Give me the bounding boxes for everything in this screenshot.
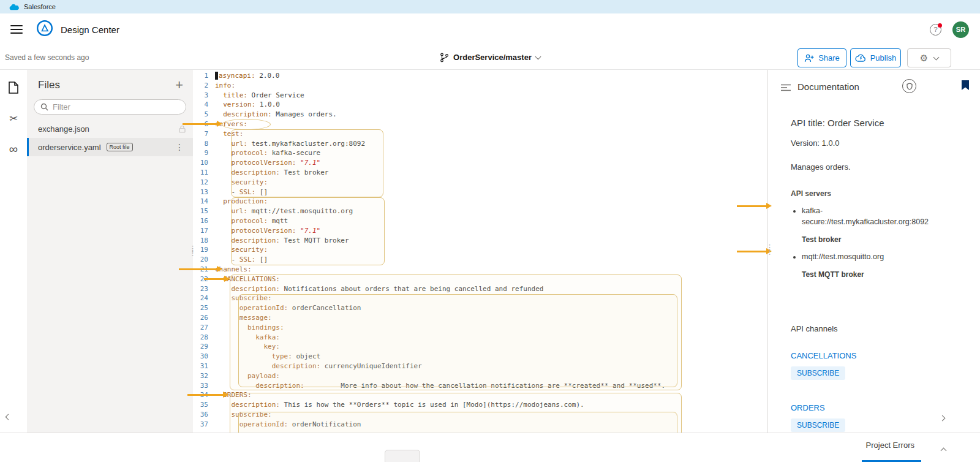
branch-name: OrderService/master bbox=[453, 53, 532, 62]
code-lines: 1asyncapi: 2.0.02info:3 title: Order Ser… bbox=[193, 71, 767, 429]
expand-panel-button[interactable] bbox=[940, 412, 946, 418]
text-cursor bbox=[215, 72, 218, 80]
chevron-down-icon bbox=[933, 54, 940, 60]
design-rail-icon[interactable]: ✂ bbox=[0, 105, 27, 131]
line-number: 19 bbox=[193, 245, 215, 255]
code-line[interactable]: 10 protocolVersion: "7.1" bbox=[193, 158, 767, 168]
code-line[interactable]: 37 operationId: orderNotification bbox=[193, 420, 767, 430]
line-number: 2 bbox=[193, 81, 215, 91]
line-number: 32 bbox=[193, 371, 215, 381]
code-line[interactable]: 24 subscribe: bbox=[193, 293, 767, 303]
file-name: orderservice.yaml bbox=[38, 143, 101, 152]
avatar[interactable]: SR bbox=[952, 21, 969, 38]
subscribe-badge[interactable]: SUBSCRIBE bbox=[791, 366, 845, 380]
line-number: 31 bbox=[193, 362, 215, 371]
code-line[interactable]: 29 key: bbox=[193, 342, 767, 352]
hamburger-menu-icon[interactable] bbox=[10, 23, 23, 36]
file-item-exchange-json[interactable]: exchange.json bbox=[27, 119, 193, 138]
code-line[interactable]: 18 description: Test MQTT broker bbox=[193, 236, 767, 246]
code-line[interactable]: 8 url: test.mykafkacluster.org:8092 bbox=[193, 139, 767, 149]
collapse-panel-button[interactable] bbox=[6, 411, 12, 417]
channel-link-orders[interactable]: ORDERS bbox=[791, 403, 968, 412]
line-number: 28 bbox=[193, 333, 215, 343]
line-number: 21 bbox=[193, 265, 215, 275]
main-area: ✂ ∞ Files + exchange.json orderservice.y… bbox=[0, 70, 980, 433]
code-line[interactable]: 32 payload: bbox=[193, 371, 767, 381]
doc-panel-title: Documentation bbox=[797, 81, 859, 92]
line-number: 20 bbox=[193, 255, 215, 265]
code-editor[interactable]: 1asyncapi: 2.0.02info:3 title: Order Ser… bbox=[193, 70, 767, 433]
line-number: 10 bbox=[193, 158, 215, 168]
line-number: 11 bbox=[193, 168, 215, 178]
code-line[interactable]: 12 security: bbox=[193, 178, 767, 187]
line-number: 6 bbox=[193, 119, 215, 129]
code-line[interactable]: 6servers: bbox=[193, 119, 767, 129]
code-line[interactable]: 36 subscribe: bbox=[193, 410, 767, 420]
line-number: 35 bbox=[193, 400, 215, 410]
subscribe-badge[interactable]: SUBSCRIBE bbox=[791, 418, 845, 432]
line-number: 3 bbox=[193, 91, 215, 100]
code-line[interactable]: 11 description: Test broker bbox=[193, 168, 767, 178]
line-number: 23 bbox=[193, 284, 215, 294]
server-description: Test MQTT broker bbox=[802, 270, 968, 279]
code-line[interactable]: 28 kafka: bbox=[193, 333, 767, 343]
salesforce-cloud-icon bbox=[9, 3, 20, 11]
channel-link-cancellations[interactable]: CANCELLATIONS bbox=[791, 351, 968, 360]
publish-button[interactable]: Publish bbox=[850, 48, 901, 67]
kebab-menu-icon[interactable]: ⋮ bbox=[173, 142, 186, 152]
code-line[interactable]: 20 - SSL: [] bbox=[193, 255, 767, 265]
branch-selector[interactable]: OrderService/master bbox=[440, 45, 540, 69]
code-line[interactable]: 13 - SSL: [] bbox=[193, 187, 767, 197]
collapse-errors-button[interactable] bbox=[941, 444, 946, 455]
chevron-up-icon bbox=[941, 448, 947, 454]
bookmark-icon[interactable] bbox=[961, 80, 970, 93]
code-line[interactable]: 27 bindings: bbox=[193, 323, 767, 333]
lock-icon bbox=[179, 125, 186, 133]
code-line[interactable]: 22 CANCELLATIONS: bbox=[193, 275, 767, 284]
shield-icon[interactable] bbox=[902, 79, 916, 93]
files-rail-icon[interactable] bbox=[0, 75, 27, 100]
api-rail-icon[interactable]: ∞ bbox=[0, 136, 27, 162]
code-line[interactable]: 16 protocol: mqtt bbox=[193, 216, 767, 226]
code-line[interactable]: 4 version: 1.0.0 bbox=[193, 100, 767, 110]
code-line[interactable]: 30 type: object bbox=[193, 352, 767, 362]
add-file-button[interactable]: + bbox=[175, 80, 183, 91]
file-filter-box[interactable] bbox=[34, 99, 186, 115]
line-number: 16 bbox=[193, 216, 215, 226]
code-line[interactable]: 15 url: mqtt://test.mosquitto.org bbox=[193, 206, 767, 216]
code-line[interactable]: 31 description: currencyUniqueIdentifier bbox=[193, 362, 767, 371]
code-line[interactable]: 35 description: This is how the **Orders… bbox=[193, 400, 767, 410]
code-line[interactable]: 5 description: Manages orders. bbox=[193, 110, 767, 119]
file-name: exchange.json bbox=[38, 124, 89, 134]
code-line[interactable]: 26 message: bbox=[193, 313, 767, 323]
code-line[interactable]: 14 production: bbox=[193, 197, 767, 206]
server-url: mqtt://test.mosquitto.org bbox=[802, 251, 949, 262]
chevron-left-icon bbox=[6, 414, 12, 420]
line-number: 29 bbox=[193, 342, 215, 352]
share-button[interactable]: Share bbox=[797, 48, 846, 67]
file-item-orderservice-yaml[interactable]: orderservice.yaml Root file ⋮ bbox=[27, 138, 193, 156]
scissors-icon: ✂ bbox=[9, 112, 18, 125]
code-line[interactable]: 3 title: Order Service bbox=[193, 91, 767, 100]
filter-input[interactable] bbox=[53, 102, 179, 112]
code-line[interactable]: 1asyncapi: 2.0.0 bbox=[193, 71, 767, 81]
status-pill[interactable] bbox=[385, 450, 420, 462]
tab-project-errors[interactable]: Project Errors bbox=[866, 441, 914, 450]
code-line[interactable]: 7 test: bbox=[193, 129, 767, 139]
code-line[interactable]: 34 ORDERS: bbox=[193, 390, 767, 400]
code-line[interactable]: 9 protocol: kafka-secure bbox=[193, 148, 767, 158]
design-center-logo[interactable] bbox=[36, 20, 53, 39]
code-line[interactable]: 23 description: Notifications about orde… bbox=[193, 284, 767, 294]
code-line[interactable]: 25 operationId: orderCancellation bbox=[193, 303, 767, 313]
publish-cloud-icon bbox=[855, 54, 866, 62]
line-number: 13 bbox=[193, 187, 215, 197]
code-line[interactable]: 21channels: bbox=[193, 265, 767, 275]
code-line[interactable]: 2info: bbox=[193, 81, 767, 91]
api-title: API title: Order Service bbox=[791, 118, 968, 128]
settings-dropdown-button[interactable]: ⚙ bbox=[907, 48, 951, 67]
help-icon[interactable]: ? bbox=[930, 24, 941, 36]
code-line[interactable]: 19 security: bbox=[193, 245, 767, 255]
code-line[interactable]: 33 description: More info about how the … bbox=[193, 381, 767, 391]
toc-icon[interactable] bbox=[781, 83, 791, 94]
code-line[interactable]: 17 protocolVersion: "7.1" bbox=[193, 226, 767, 236]
